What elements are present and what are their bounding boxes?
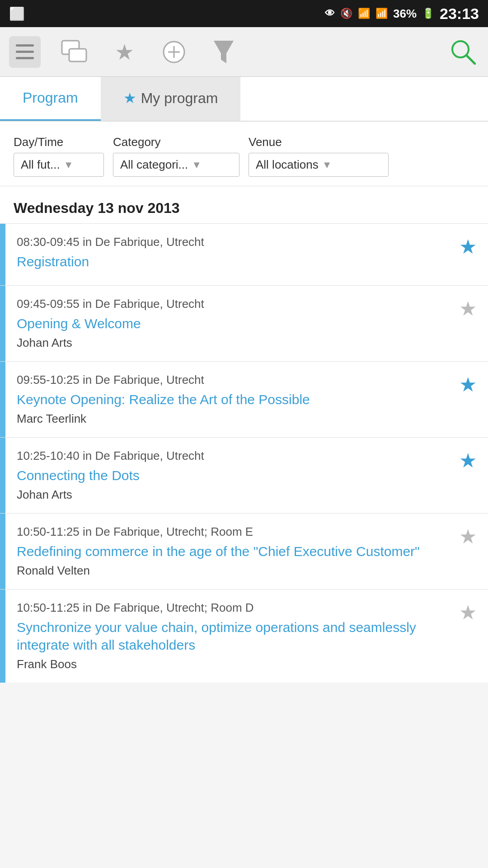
event-left-bar	[0, 514, 5, 589]
filter-venue-label: Venue	[249, 135, 389, 149]
search-button[interactable]	[447, 36, 479, 68]
tab-my-program[interactable]: ★My program	[101, 77, 241, 121]
star-filled-icon: ★	[459, 235, 477, 258]
event-content: 08:30-09:45 in De Fabrique, UtrechtRegis…	[5, 224, 455, 285]
filter-button[interactable]	[208, 36, 239, 68]
event-title[interactable]: Synchronize your value chain, optimize o…	[17, 618, 446, 654]
event-title[interactable]: Keynote Opening: Realize the Art of the …	[17, 391, 446, 408]
star-filled-icon: ★	[459, 449, 477, 472]
status-bar-right: 👁 🔇 📶 📶 36% 🔋 23:13	[325, 5, 479, 23]
tab-program[interactable]: Program	[0, 77, 101, 121]
section-date: Wednesday 13 nov 2013	[14, 200, 180, 216]
event-title[interactable]: Connecting the Dots	[17, 467, 446, 484]
svg-rect-0	[16, 44, 34, 47]
event-title[interactable]: Registration	[17, 253, 446, 270]
event-left-bar	[0, 362, 5, 437]
event-title[interactable]: Redefining commerce in the age of the "C…	[17, 542, 446, 560]
filter-day-time-label: Day/Time	[14, 135, 104, 149]
event-content: 09:55-10:25 in De Fabrique, UtrechtKeyno…	[5, 362, 455, 437]
event-star-button[interactable]: ★	[455, 286, 488, 361]
filter-category-select[interactable]: All categori... ▼	[113, 153, 239, 177]
screen-icon: ⬜	[9, 6, 25, 21]
category-chevron-icon: ▼	[192, 159, 202, 171]
my-program-star-icon: ★	[123, 90, 136, 106]
event-star-button[interactable]: ★	[455, 438, 488, 513]
event-speaker: Frank Boos	[17, 657, 446, 671]
toolbar: ★	[0, 27, 488, 77]
filter-day-time-select[interactable]: All fut... ▼	[14, 153, 104, 177]
clock: 23:13	[440, 5, 479, 23]
filter-day-time: Day/Time All fut... ▼	[14, 135, 104, 177]
filter-row: Day/Time All fut... ▼ Category All categ…	[14, 135, 474, 177]
add-button[interactable]	[158, 36, 190, 68]
star-filled-icon: ★	[459, 373, 477, 396]
event-title[interactable]: Opening & Welcome	[17, 315, 446, 332]
event-time-venue: 09:45-09:55 in De Fabrique, Utrecht	[17, 297, 446, 311]
battery-percent: 36%	[393, 7, 417, 21]
event-time-venue: 08:30-09:45 in De Fabrique, Utrecht	[17, 235, 446, 249]
event-speaker: Marc Teerlink	[17, 412, 446, 426]
star-empty-icon: ★	[459, 297, 477, 320]
event-item[interactable]: 09:45-09:55 in De Fabrique, UtrechtOpeni…	[0, 285, 488, 361]
signal-icon: 📶	[375, 8, 388, 19]
battery-icon: 🔋	[422, 8, 434, 19]
chat-button[interactable]	[59, 36, 90, 68]
event-star-button[interactable]: ★	[455, 224, 488, 285]
event-content: 10:25-10:40 in De Fabrique, UtrechtConne…	[5, 438, 455, 513]
filter-category-value: All categori...	[120, 158, 188, 172]
event-star-button[interactable]: ★	[455, 362, 488, 437]
menu-button[interactable]	[9, 36, 41, 68]
svg-rect-1	[16, 51, 34, 53]
eye-icon: 👁	[325, 8, 335, 19]
event-speaker: Ronald Velten	[17, 564, 446, 578]
event-time-venue: 09:55-10:25 in De Fabrique, Utrecht	[17, 373, 446, 387]
event-content: 09:45-09:55 in De Fabrique, UtrechtOpeni…	[5, 286, 455, 361]
event-left-bar	[0, 286, 5, 361]
filter-day-time-value: All fut...	[21, 158, 60, 172]
section-header: Wednesday 13 nov 2013	[0, 186, 488, 223]
tab-my-program-label: My program	[141, 90, 218, 106]
event-item[interactable]: 10:50-11:25 in De Fabrique, Utrecht; Roo…	[0, 589, 488, 683]
event-star-button[interactable]: ★	[455, 514, 488, 589]
event-content: 10:50-11:25 in De Fabrique, Utrecht; Roo…	[5, 590, 455, 683]
star-empty-icon: ★	[459, 525, 477, 548]
event-left-bar	[0, 438, 5, 513]
event-list: 08:30-09:45 in De Fabrique, UtrechtRegis…	[0, 223, 488, 683]
event-time-venue: 10:50-11:25 in De Fabrique, Utrecht; Roo…	[17, 525, 446, 539]
event-star-button[interactable]: ★	[455, 590, 488, 683]
event-speaker: Johan Arts	[17, 488, 446, 502]
event-left-bar	[0, 224, 5, 285]
event-speaker: Johan Arts	[17, 336, 446, 350]
favorites-button[interactable]: ★	[108, 36, 140, 68]
event-item[interactable]: 10:50-11:25 in De Fabrique, Utrecht; Roo…	[0, 513, 488, 589]
event-item[interactable]: 08:30-09:45 in De Fabrique, UtrechtRegis…	[0, 223, 488, 285]
status-bar: ⬜ 👁 🔇 📶 📶 36% 🔋 23:13	[0, 0, 488, 27]
wifi-icon: 📶	[358, 8, 370, 19]
mute-icon: 🔇	[340, 8, 352, 19]
svg-rect-4	[69, 49, 86, 61]
event-item[interactable]: 09:55-10:25 in De Fabrique, UtrechtKeyno…	[0, 361, 488, 437]
event-left-bar	[0, 590, 5, 683]
svg-rect-2	[16, 57, 34, 59]
filter-venue-value: All locations	[256, 158, 319, 172]
event-time-venue: 10:50-11:25 in De Fabrique, Utrecht; Roo…	[17, 601, 446, 615]
tab-program-label: Program	[23, 90, 78, 106]
svg-line-10	[466, 55, 475, 64]
event-item[interactable]: 10:25-10:40 in De Fabrique, UtrechtConne…	[0, 437, 488, 513]
filter-category: Category All categori... ▼	[113, 135, 239, 177]
filter-category-label: Category	[113, 135, 239, 149]
venue-chevron-icon: ▼	[322, 159, 332, 171]
event-time-venue: 10:25-10:40 in De Fabrique, Utrecht	[17, 449, 446, 463]
tab-bar: Program ★My program	[0, 77, 488, 122]
star-empty-icon: ★	[459, 601, 477, 624]
day-time-chevron-icon: ▼	[64, 159, 74, 171]
filter-venue-select[interactable]: All locations ▼	[249, 153, 389, 177]
filter-venue: Venue All locations ▼	[249, 135, 389, 177]
filters-section: Day/Time All fut... ▼ Category All categ…	[0, 122, 488, 186]
svg-marker-8	[214, 41, 234, 63]
event-content: 10:50-11:25 in De Fabrique, Utrecht; Roo…	[5, 514, 455, 589]
status-bar-left: ⬜	[9, 6, 25, 21]
